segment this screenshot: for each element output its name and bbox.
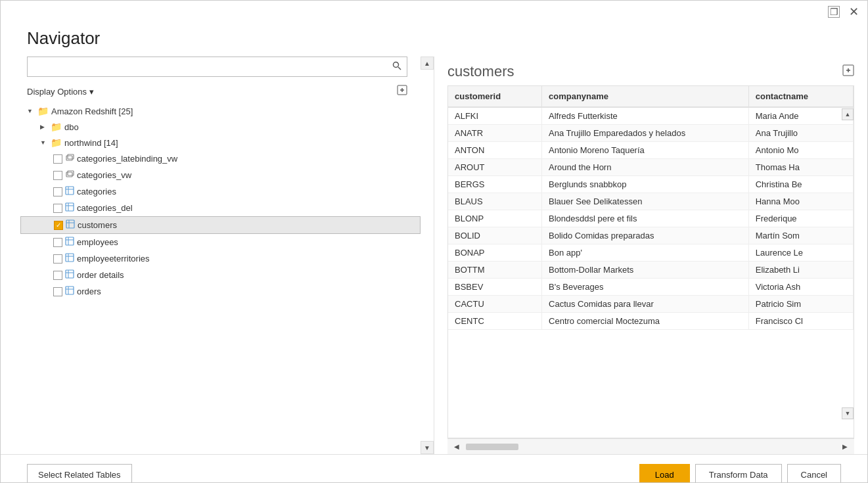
checkbox-categories_vw[interactable]	[53, 171, 62, 180]
checkbox-categories[interactable]	[53, 187, 62, 196]
table-cell: Bottom-Dollar Markets	[542, 262, 749, 279]
close-button[interactable]: ✕	[848, 6, 859, 18]
checkbox-order-details[interactable]	[53, 271, 62, 280]
table-icon-order details	[65, 269, 74, 281]
table-scroll-wrapper[interactable]: customeridcompanynamecontactname ALFKIAl…	[448, 86, 854, 438]
tree-label-employees: employees	[77, 237, 118, 247]
tree-scroll-down[interactable]: ▼	[421, 441, 434, 454]
tree-label-categories_del: categories_del	[77, 203, 133, 213]
load-button[interactable]: Load	[639, 464, 690, 483]
table-row: ANATRAna Trujillo Emparedados y heladosA…	[448, 125, 854, 142]
restore-button[interactable]: ❐	[828, 6, 840, 18]
view-icon-categories_vw	[65, 170, 74, 181]
tree-items-container: categories_latebinding_vw categories_vw …	[20, 150, 434, 300]
table-row: BLAUSBlauer See DelikatessenHanna Moo	[448, 193, 854, 210]
tree-node-categories_latebinding_vw[interactable]: categories_latebinding_vw	[20, 150, 434, 167]
svg-rect-7	[66, 187, 74, 195]
table-cell: Elizabeth Li	[748, 262, 853, 279]
checkbox-orders[interactable]	[53, 287, 62, 296]
tree-node-employeeterritories[interactable]: employeeterritories	[20, 250, 434, 267]
tree-node-categories_del[interactable]: categories_del	[20, 200, 434, 216]
table-cell: Bon app'	[542, 244, 749, 262]
tree-node-customers[interactable]: ✓ customers	[20, 216, 421, 234]
title-bar: ❐ ✕	[1, 1, 867, 23]
tree-label-orders: orders	[77, 287, 101, 296]
search-input[interactable]	[28, 58, 387, 76]
hscroll-left-button[interactable]: ◀	[450, 440, 463, 453]
table-cell: Laurence Le	[748, 244, 853, 262]
page-title: Navigator	[1, 23, 867, 57]
table-cell: CACTU	[448, 296, 542, 313]
tree-label-categories_latebinding_vw: categories_latebinding_vw	[77, 154, 177, 164]
transform-data-button[interactable]: Transform Data	[695, 464, 782, 483]
checkbox-employeeterritories[interactable]	[53, 254, 62, 264]
table-cell: Antonio Moreno Taquería	[542, 142, 749, 159]
tree-label-categories: categories	[77, 187, 116, 196]
display-options-arrow-icon: ▾	[89, 87, 94, 97]
table-cell: BSBEV	[448, 279, 542, 296]
table-cell: Francisco Cl	[748, 313, 853, 330]
table-header-row: customeridcompanynamecontactname	[448, 86, 854, 107]
tree-node-categories_vw[interactable]: categories_vw	[20, 167, 434, 183]
svg-rect-4	[68, 154, 74, 159]
folder-icon-northwind: 📁	[51, 137, 62, 148]
tree-node-orders[interactable]: orders	[20, 283, 434, 300]
table-cell: Victoria Ash	[748, 279, 853, 296]
vscroll-down-button[interactable]: ▼	[842, 407, 854, 419]
left-panel-refresh-icon[interactable]	[397, 85, 407, 98]
checkbox-employees[interactable]	[53, 238, 62, 247]
col-header-contactname: contactname	[748, 86, 853, 107]
table-cell: BONAP	[448, 244, 542, 262]
table-cell: BLAUS	[448, 193, 542, 210]
data-table: customeridcompanynamecontactname ALFKIAl…	[448, 86, 854, 330]
table-cell: B's Beverages	[542, 279, 749, 296]
table-row: BOTTMBottom-Dollar MarketsElizabeth Li	[448, 262, 854, 279]
hscroll-right-button[interactable]: ▶	[838, 440, 852, 453]
svg-point-0	[394, 62, 399, 68]
checkbox-categories_latebinding_vw[interactable]	[53, 154, 62, 164]
table-row: ANTONAntonio Moreno TaqueríaAntonio Mo	[448, 142, 854, 159]
table-cell: Blauer See Delikatessen	[542, 193, 749, 210]
tree-node-amazon[interactable]: ▼ 📁 Amazon Redshift [25]	[20, 103, 434, 119]
table-cell: ANTON	[448, 142, 542, 159]
table-icon-customers	[66, 219, 75, 231]
select-related-button[interactable]: Select Related Tables	[27, 464, 132, 483]
table-cell: Centro comercial Moctezuma	[542, 313, 749, 330]
svg-rect-3	[66, 156, 72, 160]
hscroll-thumb[interactable]	[466, 444, 518, 450]
col-header-customerid: customerid	[448, 86, 542, 107]
table-row: BERGSBerglunds snabbkopChristina Be	[448, 176, 854, 193]
search-icon[interactable]	[387, 57, 407, 76]
table-cell: BERGS	[448, 176, 542, 193]
table-cell: Ana Trujillo	[748, 125, 853, 142]
table-cell: ANATR	[448, 125, 542, 142]
tree-label-categories_vw: categories_vw	[77, 170, 131, 180]
checkbox-customers[interactable]: ✓	[54, 221, 63, 230]
table-cell: Blondesddsl pere et fils	[542, 210, 749, 227]
vscroll-up-button[interactable]: ▲	[842, 108, 854, 120]
table-icon-employeeterritories	[65, 253, 74, 264]
display-options-button[interactable]: Display Options ▾	[27, 87, 94, 97]
display-options-bar: Display Options ▾	[1, 82, 434, 103]
tree-node-dbo[interactable]: ▶ 📁 dbo	[20, 119, 434, 135]
tree-scroll-up[interactable]: ▲	[421, 57, 434, 70]
table-cell: Frederique	[748, 210, 853, 227]
table-cell: Thomas Ha	[748, 159, 853, 176]
tree-node-order-details[interactable]: order details	[20, 267, 434, 283]
table-row: AROUTAround the HornThomas Ha	[448, 159, 854, 176]
table-cell: Bolido Comidas preparadas	[542, 227, 749, 244]
table-body: ALFKIAlfreds FutterkisteMaria AndeANATRA…	[448, 107, 854, 330]
tree-node-categories[interactable]: categories	[20, 183, 434, 200]
preview-refresh-icon[interactable]	[842, 64, 854, 80]
tree-node-employees[interactable]: employees	[20, 234, 434, 250]
checkbox-categories_del[interactable]	[53, 204, 62, 213]
svg-line-1	[398, 67, 401, 70]
table-row: BOLIDBolido Comidas preparadasMartín Som	[448, 227, 854, 244]
table-cell: Cactus Comidas para llevar	[542, 296, 749, 313]
table-cell: Ana Trujillo Emparedados y helados	[542, 125, 749, 142]
tree-node-northwind[interactable]: ▼ 📁 northwind [14]	[20, 135, 434, 150]
table-cell: BLONP	[448, 210, 542, 227]
cancel-button[interactable]: Cancel	[787, 464, 841, 483]
svg-rect-16	[66, 237, 74, 245]
preview-header: customers	[447, 57, 854, 85]
